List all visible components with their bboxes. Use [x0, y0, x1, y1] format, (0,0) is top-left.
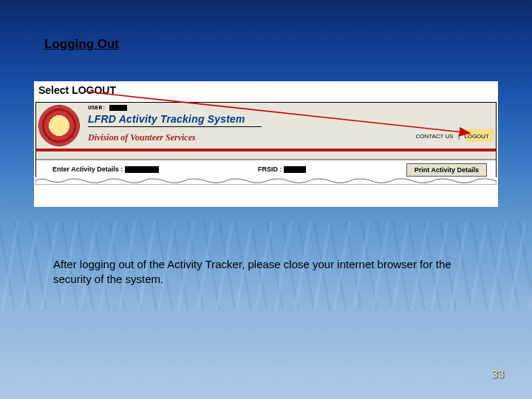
- screenshot-header: USER: LFRD Activity Tracking System Divi…: [36, 103, 496, 151]
- enter-activity-redacted: [125, 166, 159, 173]
- select-logout-label: Select LOGOUT: [38, 84, 116, 96]
- slide-title: Logging Out: [44, 37, 119, 52]
- instruction-note: After logging out of the Activity Tracke…: [53, 257, 467, 287]
- seal-icon: [39, 106, 79, 146]
- slide: Logging Out Select LOGOUT USER: LFRD Act…: [0, 0, 532, 399]
- frsid-field: FRSID :: [258, 166, 306, 173]
- link-separator: |: [457, 133, 460, 140]
- page-number: 33: [491, 367, 504, 380]
- frsid-label: FRSID :: [258, 166, 282, 173]
- system-title: LFRD Activity Tracking System: [88, 113, 245, 125]
- user-label-text: USER:: [88, 104, 106, 111]
- user-redacted: [109, 105, 127, 111]
- division-label: Division of Vounteer Services: [88, 132, 196, 143]
- frsid-redacted: [284, 166, 306, 173]
- logout-link[interactable]: LOGOUT: [462, 132, 491, 140]
- torn-edge: [35, 177, 497, 185]
- contact-us-link[interactable]: CONTACT US: [413, 132, 455, 140]
- print-activity-button[interactable]: Print Activity Details: [406, 163, 487, 177]
- instruction-panel: Select LOGOUT USER: LFRD Activity Tracki…: [34, 81, 498, 207]
- user-label: USER:: [88, 104, 127, 111]
- enter-activity-field: Enter Activity Details :: [52, 166, 159, 173]
- top-links: CONTACT US | LOGOUT: [413, 132, 491, 140]
- enter-activity-label: Enter Activity Details :: [52, 166, 123, 173]
- app-screenshot: USER: LFRD Activity Tracking System Divi…: [35, 102, 497, 185]
